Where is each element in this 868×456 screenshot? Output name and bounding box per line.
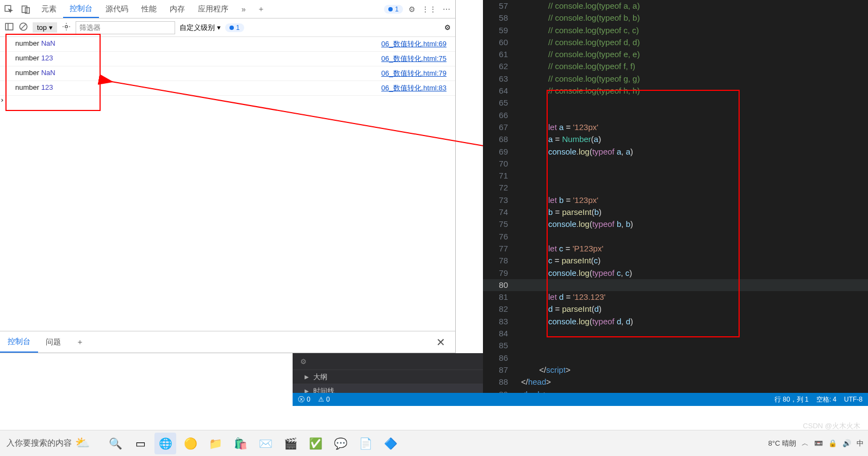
code-line[interactable]: </script>: [521, 364, 640, 376]
code-line[interactable]: let d = '123.123': [521, 291, 640, 303]
windows-taskbar: 入你要搜索的内容 ⛅ 🔍 ▭ 🌐 🟡 📁 🛍️ ✉️ 🎬 ✅ 💬 📄 🔷 8°C…: [0, 430, 868, 456]
code-line[interactable]: c = parseInt(c): [521, 255, 640, 267]
source-link[interactable]: 06_数值转化.html:75: [381, 54, 447, 64]
code-editor[interactable]: 5758596061626364656667686970717273747576…: [483, 0, 868, 393]
drawer-close-icon[interactable]: ✕: [426, 336, 455, 349]
code-line[interactable]: d = parseInt(d): [521, 303, 640, 315]
devtools-tab[interactable]: 内存: [163, 0, 191, 18]
search-icon[interactable]: 🔍: [104, 433, 126, 454]
settings-icon[interactable]: ⚙: [444, 23, 451, 32]
sidebar-toggle-icon[interactable]: [4, 22, 14, 33]
code-line[interactable]: a = Number(a): [521, 133, 640, 145]
edge-icon[interactable]: 🌐: [154, 433, 176, 454]
code-line[interactable]: // console.log(typeof a, a): [521, 0, 640, 12]
devtools-tab[interactable]: 性能: [135, 0, 163, 18]
code-line[interactable]: [521, 109, 640, 121]
code-line[interactable]: [521, 231, 640, 243]
code-line[interactable]: let a = '123px': [521, 121, 640, 133]
line-number: 71: [483, 170, 508, 182]
device-icon[interactable]: [17, 4, 35, 14]
ime-indicator[interactable]: 中: [857, 439, 864, 448]
source-link[interactable]: 06_数值转化.html:83: [381, 83, 447, 93]
source-link[interactable]: 06_数值转化.html:79: [381, 69, 447, 78]
code-line[interactable]: let c = 'P123px': [521, 243, 640, 255]
store-icon[interactable]: 🛍️: [230, 433, 251, 454]
chevron-up-icon[interactable]: ︿: [802, 439, 809, 448]
status-warnings[interactable]: ⚠ 0: [318, 396, 330, 403]
code-line[interactable]: b = parseInt(b): [521, 206, 640, 218]
svg-rect-3: [5, 23, 13, 30]
gear-icon[interactable]: ⚙: [403, 5, 420, 14]
clear-console-icon[interactable]: [18, 22, 28, 33]
kebab-icon[interactable]: ⋯: [438, 5, 455, 14]
issues-badge[interactable]: 1: [384, 5, 403, 14]
drawer-tab-issues[interactable]: 问题: [38, 331, 69, 353]
code-line[interactable]: // console.log(typeof d, d): [521, 36, 640, 48]
code-line[interactable]: // console.log(typeof g, g): [521, 73, 640, 85]
weather-text[interactable]: 8°C 晴朗: [768, 439, 796, 448]
code-line[interactable]: console.log(typeof a, a): [521, 146, 640, 158]
more-icon[interactable]: ⋮⋮: [420, 5, 438, 14]
devtools-tab[interactable]: 源代码: [99, 0, 135, 18]
code-line[interactable]: [521, 158, 640, 170]
chevron-right-icon[interactable]: »: [235, 5, 252, 14]
line-number: 67: [483, 121, 508, 133]
code-line[interactable]: </head>: [521, 376, 640, 388]
mail-icon[interactable]: ✉️: [255, 433, 276, 454]
drawer-tab-console[interactable]: 控制台: [0, 331, 38, 353]
status-encoding[interactable]: UTF-8: [844, 396, 863, 403]
devtools-tab[interactable]: 元素: [35, 0, 63, 18]
code-line[interactable]: // console.log(typeof b, b): [521, 12, 640, 24]
inspect-icon[interactable]: [0, 4, 17, 14]
wechat-icon[interactable]: 💬: [330, 433, 351, 454]
drawer-add-icon[interactable]: ＋: [69, 337, 91, 347]
vscode-icon[interactable]: 🔷: [380, 433, 401, 454]
line-number: 83: [483, 316, 508, 328]
outline-section[interactable]: ▶大纲: [293, 369, 483, 384]
code-line[interactable]: let b = '123px': [521, 194, 640, 206]
code-line[interactable]: [521, 182, 640, 194]
line-number: 77: [483, 243, 508, 255]
code-line[interactable]: // console.log(typeof c, c): [521, 24, 640, 36]
status-cursor[interactable]: 行 80，列 1: [774, 395, 809, 404]
code-line[interactable]: console.log(typeof d, d): [521, 316, 640, 328]
code-line[interactable]: // console.log(typeof f, f): [521, 60, 640, 72]
explorer-icon[interactable]: 📁: [204, 433, 226, 454]
weather-widget-icon[interactable]: ⛅: [75, 436, 101, 451]
code-line[interactable]: [521, 170, 640, 182]
todo-icon[interactable]: ✅: [305, 433, 326, 454]
code-line[interactable]: [521, 340, 640, 352]
chrome-icon[interactable]: 🟡: [179, 433, 201, 454]
code-line[interactable]: [521, 328, 640, 340]
devtools-tab[interactable]: 控制台: [63, 0, 99, 18]
code-line[interactable]: console.log(typeof c, c): [521, 267, 640, 279]
console-output: number NaN06_数值转化.html:69number 12306_数值…: [0, 37, 455, 96]
code-line[interactable]: // console.log(typeof e, e): [521, 48, 640, 60]
tray-icon[interactable]: 🔒: [828, 439, 837, 447]
console-prompt[interactable]: ›: [0, 96, 455, 104]
live-expr-icon[interactable]: [61, 22, 71, 33]
status-errors[interactable]: ⓧ 0: [298, 395, 311, 404]
taskbar-search[interactable]: 入你要搜索的内容: [4, 438, 72, 448]
plus-icon[interactable]: ＋: [252, 4, 270, 14]
devtools-tab[interactable]: 应用程序: [191, 0, 235, 18]
code-line[interactable]: [521, 279, 640, 291]
context-selector[interactable]: top ▾: [33, 22, 57, 33]
clipchamp-icon[interactable]: 🎬: [280, 433, 301, 454]
code-line[interactable]: [521, 97, 640, 109]
tray-icon[interactable]: 📼: [814, 439, 823, 447]
code-line[interactable]: console.log(typeof b, b): [521, 218, 640, 230]
code-line[interactable]: [521, 352, 640, 364]
tray-icon[interactable]: 🔊: [842, 439, 851, 447]
filter-input[interactable]: [76, 21, 175, 34]
code-line[interactable]: // console.log(typeof h, h): [521, 85, 640, 97]
wps-icon[interactable]: 📄: [355, 433, 376, 454]
manage-icon[interactable]: ⚙: [300, 358, 307, 366]
issues-chip[interactable]: 1: [225, 23, 244, 32]
task-view-icon[interactable]: ▭: [129, 433, 151, 454]
status-spaces[interactable]: 空格: 4: [816, 395, 836, 404]
system-tray[interactable]: 8°C 晴朗 ︿ 📼 🔒 🔊 中: [768, 439, 864, 448]
log-level-selector[interactable]: 自定义级别 ▾: [179, 23, 221, 33]
code-line[interactable]: <body>: [521, 389, 640, 393]
source-link[interactable]: 06_数值转化.html:69: [381, 39, 447, 49]
